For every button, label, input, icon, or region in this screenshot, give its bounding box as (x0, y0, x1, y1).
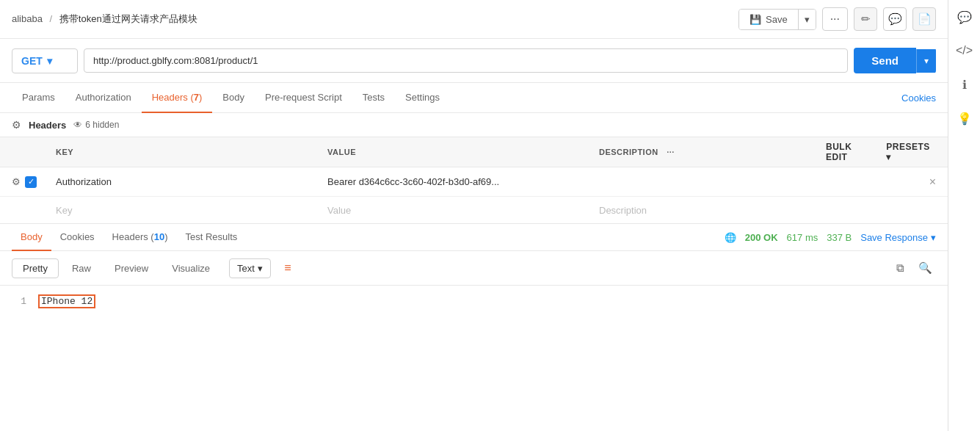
comment-button[interactable]: 💬 (883, 7, 907, 31)
cookies-link[interactable]: Cookies (901, 93, 936, 104)
response-tab-body[interactable]: Body (12, 224, 51, 251)
request-tabs-bar: Params Authorization Headers (7) Body Pr… (0, 83, 948, 113)
response-body-bar: Pretty Raw Preview Visualize Text ▾ ≡ ⧉ … (0, 251, 948, 286)
breadcrumb-prefix: alibaba (12, 13, 43, 24)
save-response-chevron: ▾ (931, 232, 936, 243)
response-tab-headers[interactable]: Headers (10) (104, 224, 177, 251)
col-actions-header: Bulk Edit Presets ▾ (826, 142, 936, 162)
method-label: GET (21, 55, 43, 67)
key-cell[interactable]: Authorization (56, 176, 327, 187)
table-row: ⚙ ✓ Authorization Bearer d364c6cc-3c60-4… (0, 167, 948, 197)
sidebar-code-icon[interactable]: </> (954, 40, 976, 62)
value-cell[interactable]: Bearer d364c6cc-3c60-402f-b3d0-af69... (327, 176, 599, 187)
copy-button[interactable]: ⧉ (889, 257, 911, 279)
empty-key[interactable]: Key (56, 205, 327, 216)
filter-row-icon[interactable]: ⚙ (12, 176, 21, 187)
save-icon: 💾 (749, 14, 761, 25)
empty-table-row: Key Value Description (0, 197, 948, 223)
tab-authorization[interactable]: Authorization (65, 83, 142, 113)
sidebar-comment-icon[interactable]: 💬 (954, 6, 976, 28)
sidebar-bulb-icon[interactable]: 💡 (954, 107, 976, 129)
filter-icon[interactable]: ⚙ (12, 119, 21, 131)
doc-button[interactable]: 📄 (912, 7, 936, 31)
headers-count: 7 (194, 92, 199, 103)
action-cell: × (914, 175, 936, 189)
save-dropdown-button[interactable]: ▾ (798, 10, 816, 29)
breadcrumb: alibaba / 携带token通过网关请求产品模块 (12, 12, 738, 26)
hidden-count: 6 hidden (85, 120, 119, 130)
edit-button[interactable]: ✏ (854, 7, 877, 31)
response-time: 617 ms (787, 232, 819, 243)
response-tabs-bar: Body Cookies Headers (10) Test Results 🌐… (0, 224, 948, 251)
body-tab-visualize[interactable]: Visualize (161, 259, 220, 278)
format-lines-icon[interactable]: ≡ (277, 257, 299, 279)
response-content: 1 IPhone 12 (0, 286, 948, 431)
top-bar: alibaba / 携带token通过网关请求产品模块 💾 Save ▾ ···… (0, 0, 948, 39)
tab-pre-request[interactable]: Pre-request Script (255, 83, 352, 113)
method-chevron: ▾ (47, 55, 52, 67)
breadcrumb-sep: / (50, 13, 53, 24)
more-button[interactable]: ··· (822, 7, 848, 31)
response-value-1: IPhone 12 (38, 294, 95, 308)
tab-settings[interactable]: Settings (395, 83, 450, 113)
table-header-row: KEY VALUE DESCRIPTION ··· Bulk Edit Pres… (0, 137, 948, 167)
col-key-header: KEY (56, 148, 327, 156)
url-bar: GET ▾ Send ▾ (0, 39, 948, 83)
line-number-1: 1 (12, 296, 26, 307)
body-tab-preview[interactable]: Preview (104, 259, 159, 278)
empty-value[interactable]: Value (327, 205, 599, 216)
tab-params[interactable]: Params (12, 83, 65, 113)
right-sidebar: 💬 </> ℹ 💡 (948, 0, 980, 431)
tab-headers[interactable]: Headers (7) (142, 83, 213, 113)
col-desc-header: DESCRIPTION ··· (599, 148, 826, 156)
format-select[interactable]: Text ▾ (229, 258, 271, 278)
save-btn-group: 💾 Save ▾ (738, 9, 816, 30)
save-label: Save (766, 14, 788, 25)
body-tab-raw[interactable]: Raw (62, 259, 101, 278)
hidden-badge: 👁 6 hidden (73, 120, 119, 130)
response-line-1: 1 IPhone 12 (12, 294, 936, 308)
check-cell: ⚙ ✓ (12, 176, 56, 188)
response-tab-cookies[interactable]: Cookies (51, 224, 104, 251)
response-tab-test-results[interactable]: Test Results (177, 224, 247, 251)
send-btn-group: Send ▾ (854, 48, 936, 73)
headers-title: Headers (29, 120, 66, 131)
top-bar-actions: 💾 Save ▾ ··· ✏ 💬 📄 (738, 7, 936, 31)
bulk-edit-button[interactable]: Bulk Edit (826, 142, 874, 162)
send-button[interactable]: Send (854, 48, 916, 73)
response-meta: 🌐 200 OK 617 ms 337 B Save Response ▾ (725, 232, 936, 243)
tab-body[interactable]: Body (212, 83, 255, 113)
body-tab-pretty[interactable]: Pretty (12, 258, 59, 278)
row-checkbox[interactable]: ✓ (25, 176, 37, 188)
method-select[interactable]: GET ▾ (12, 48, 78, 73)
response-section: Body Cookies Headers (10) Test Results 🌐… (0, 223, 948, 431)
desc-more-icon[interactable]: ··· (667, 148, 675, 156)
save-button[interactable]: 💾 Save (739, 10, 798, 29)
breadcrumb-title: 携带token通过网关请求产品模块 (59, 13, 197, 24)
presets-button[interactable]: Presets ▾ (886, 142, 936, 162)
format-label: Text (237, 263, 255, 274)
sidebar-info-icon[interactable]: ℹ (954, 73, 976, 95)
delete-row-icon[interactable]: × (929, 175, 936, 189)
eye-icon: 👁 (73, 120, 82, 130)
search-button[interactable]: 🔍 (914, 257, 936, 279)
check-icon: ✓ (28, 177, 35, 186)
response-size: 337 B (827, 232, 852, 243)
empty-desc[interactable]: Description (599, 205, 936, 216)
send-dropdown-button[interactable]: ▾ (916, 49, 936, 73)
format-chevron: ▾ (258, 263, 263, 274)
url-input[interactable] (84, 48, 848, 73)
status-code: 200 OK (745, 232, 778, 243)
col-value-header: VALUE (327, 148, 599, 156)
save-response-button[interactable]: Save Response ▾ (860, 232, 936, 243)
globe-icon: 🌐 (725, 232, 736, 243)
tab-tests[interactable]: Tests (352, 83, 395, 113)
headers-section: ⚙ Headers 👁 6 hidden (0, 113, 948, 137)
